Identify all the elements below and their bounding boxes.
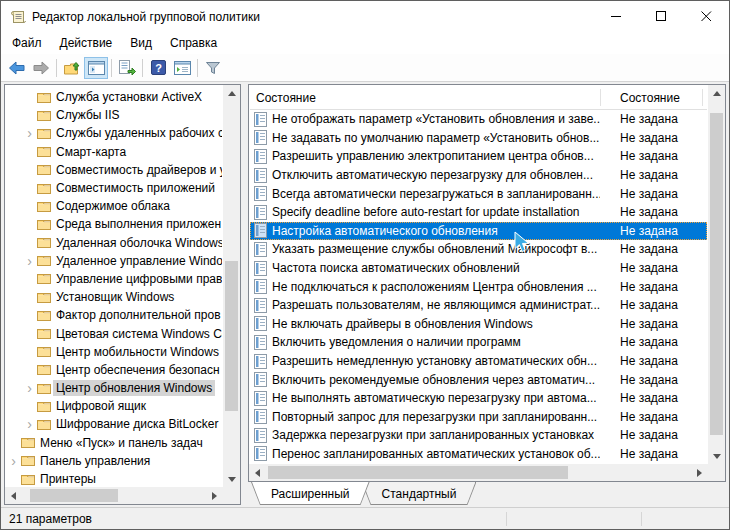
policy-state: Не задана — [600, 428, 678, 442]
policy-row[interactable]: Включить рекомендуемые обновления через … — [250, 370, 707, 389]
policy-row[interactable]: Задержка перезагрузки при запланированны… — [250, 426, 707, 445]
folder-icon — [36, 345, 52, 358]
tree-item[interactable]: Среда выполнения приложен — [6, 215, 222, 233]
tree-item[interactable]: ›Центр обновления Windows — [6, 379, 222, 397]
menu-help[interactable]: Справка — [161, 33, 226, 53]
tree-item[interactable]: Службы IIS — [6, 106, 222, 124]
tree-horizontal-scrollbar[interactable] — [5, 487, 223, 504]
policy-row[interactable]: Отключить автоматическую перезагрузку дл… — [250, 166, 707, 185]
tree-item[interactable]: Цифровой ящик — [6, 397, 222, 415]
policy-row[interactable]: Повторный запрос для перезагрузки при за… — [250, 408, 707, 427]
scroll-left-arrow[interactable] — [249, 465, 266, 481]
help-button[interactable]: ? — [146, 57, 170, 79]
scroll-up-arrow[interactable] — [708, 85, 725, 101]
policy-row[interactable]: Не отображать параметр «Установить обнов… — [250, 110, 707, 129]
minimize-button[interactable] — [594, 1, 639, 32]
policy-row[interactable]: Частота поиска автоматических обновлений… — [250, 259, 707, 278]
list-vertical-scrollbar[interactable] — [708, 85, 725, 464]
scroll-thumb[interactable] — [30, 489, 118, 502]
up-one-level-button[interactable] — [60, 57, 84, 79]
policy-row[interactable]: Разрешить немедленную установку автомати… — [250, 352, 707, 371]
policy-row[interactable]: Разрешить управлению электропитанием цен… — [250, 147, 707, 166]
policy-setting-icon — [254, 446, 267, 461]
tree-item[interactable]: Совместимость драйверов и у — [6, 161, 222, 179]
show-console-tree-button[interactable] — [84, 57, 108, 79]
policy-row[interactable]: Не подключаться к расположениям Центра о… — [250, 277, 707, 296]
close-button[interactable] — [684, 1, 729, 32]
tree-item[interactable]: Центр мобильности Windows — [6, 343, 222, 361]
tree-item[interactable]: Совместимость приложений — [6, 179, 222, 197]
panel-splitter[interactable] — [241, 84, 248, 505]
filter-button[interactable] — [201, 57, 225, 79]
title-bar: Редактор локальной групповой политики — [1, 1, 729, 32]
expand-chevron-icon[interactable]: › — [23, 128, 36, 138]
tree-item[interactable]: ›Службы удаленных рабочих с — [6, 124, 222, 142]
export-list-button[interactable] — [115, 57, 139, 79]
policy-row[interactable]: Указать размещение службы обновлений Май… — [250, 240, 707, 259]
tree-item[interactable]: ›Панель управления — [6, 452, 222, 470]
folder-up-icon — [63, 60, 81, 76]
policy-row[interactable]: Включить уведомления о наличии программН… — [250, 333, 707, 352]
scroll-left-arrow[interactable] — [5, 488, 22, 504]
right-column: Состояние Состояние Не отображать параме… — [248, 84, 726, 505]
policy-setting-icon — [254, 279, 267, 294]
folder-icon — [36, 363, 52, 376]
policy-row[interactable]: Разрешать пользователям, не являющимся а… — [250, 296, 707, 315]
tree-item[interactable]: Принтеры — [6, 470, 222, 486]
scroll-down-arrow[interactable] — [223, 471, 240, 487]
policy-name: Не подключаться к расположениям Центра о… — [272, 280, 597, 294]
policy-row[interactable]: Specify deadline before auto-restart for… — [250, 203, 707, 222]
tree-item[interactable]: Смарт-карта — [6, 143, 222, 161]
policy-setting-icon — [254, 112, 267, 127]
scroll-thumb[interactable] — [225, 261, 238, 411]
export-list-icon — [118, 60, 136, 75]
menu-view[interactable]: Вид — [121, 33, 161, 53]
column-separator[interactable] — [702, 89, 703, 106]
tree-item[interactable]: Служба установки ActiveX — [6, 88, 222, 106]
maximize-button[interactable] — [639, 1, 684, 32]
policy-row[interactable]: Перенос запланированных автоматических у… — [250, 445, 707, 463]
tree-item[interactable]: Фактор дополнительной пров — [6, 306, 222, 324]
policy-row[interactable]: Не выполнять автоматическую перезагрузку… — [250, 389, 707, 408]
tree-vertical-scrollbar[interactable] — [223, 85, 240, 487]
scroll-down-arrow[interactable] — [708, 448, 725, 464]
scroll-right-arrow[interactable] — [691, 465, 708, 481]
tree-item[interactable]: Управление цифровыми прав — [6, 270, 222, 288]
expand-chevron-icon[interactable]: › — [23, 419, 36, 429]
menu-file[interactable]: Файл — [3, 33, 51, 53]
policy-row[interactable]: Не задавать по умолчанию параметр «Устан… — [250, 129, 707, 148]
forward-button[interactable] — [29, 57, 53, 79]
expand-chevron-icon[interactable]: › — [7, 456, 20, 466]
folder-icon — [36, 145, 52, 158]
tab-extended[interactable]: Расширенный — [251, 482, 370, 505]
policy-row[interactable]: Всегда автоматически перезагружаться в з… — [250, 184, 707, 203]
tree-item[interactable]: Содержимое облака — [6, 197, 222, 215]
tree-item[interactable]: ›Шифрование диска BitLocker — [6, 415, 222, 433]
expand-chevron-icon[interactable]: › — [23, 383, 36, 393]
policy-setting-icon — [254, 205, 267, 220]
scroll-up-arrow[interactable] — [223, 85, 240, 101]
tree-item[interactable]: Цветовая система Windows Co — [6, 324, 222, 342]
policy-row[interactable]: Настройка автоматического обновленияНе з… — [250, 222, 707, 241]
scroll-thumb[interactable] — [710, 113, 723, 435]
back-button[interactable] — [5, 57, 29, 79]
scroll-right-arrow[interactable] — [206, 488, 223, 504]
policy-row[interactable]: Не включать драйверы в обновления Window… — [250, 315, 707, 334]
tree-item[interactable]: Меню «Пуск» и панель задач — [6, 434, 222, 452]
menu-action[interactable]: Действие — [51, 33, 122, 53]
policy-name: Настройка автоматического обновления — [272, 224, 498, 238]
tree-item[interactable]: Центр обеспечения безопасн — [6, 361, 222, 379]
column-header-state[interactable]: Состояние — [600, 91, 680, 105]
tab-standard[interactable]: Стандартный — [362, 482, 477, 505]
tree-item[interactable]: Удаленная оболочка Windows — [6, 234, 222, 252]
policy-state: Не задана — [600, 168, 678, 182]
column-header-name[interactable]: Состояние — [250, 91, 600, 105]
tree-item[interactable]: Установщик Windows — [6, 288, 222, 306]
show-action-pane-button[interactable] — [170, 57, 194, 79]
list-horizontal-scrollbar[interactable] — [249, 464, 708, 481]
column-separator[interactable] — [600, 89, 601, 106]
expand-chevron-icon[interactable]: › — [23, 256, 36, 266]
tree-item-label: Установщик Windows — [53, 289, 177, 305]
scroll-thumb[interactable] — [268, 466, 568, 479]
tree-item[interactable]: ›Удаленное управление Windo — [6, 252, 222, 270]
